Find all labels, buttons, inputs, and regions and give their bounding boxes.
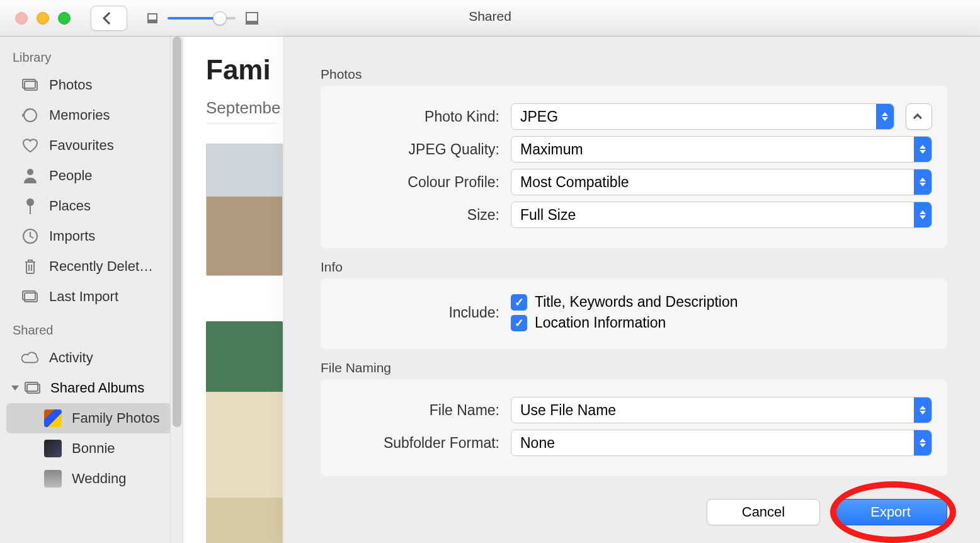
photo-kind-select[interactable]: JPEG (511, 103, 894, 130)
thumbnail-small-icon[interactable] (147, 13, 157, 23)
size-select[interactable]: Full Size (511, 202, 932, 228)
photo-thumbnail[interactable] (206, 321, 283, 543)
sidebar-item-label: Memories (49, 107, 110, 123)
sidebar-section-library: Library (13, 50, 183, 65)
checkbox-label: Title, Keywords and Description (535, 294, 738, 311)
sidebar-item-imports[interactable]: Imports (6, 221, 171, 251)
sidebar-item-label: Places (49, 198, 91, 214)
updown-arrows-icon (914, 397, 932, 423)
collapse-button[interactable] (906, 103, 932, 130)
select-value: None (520, 435, 555, 452)
sidebar-item-label: Imports (49, 228, 95, 244)
back-button[interactable] (91, 6, 127, 31)
svg-marker-10 (11, 386, 19, 391)
export-button[interactable]: Export (834, 499, 947, 525)
include-title-checkbox[interactable]: ✓ (511, 294, 527, 311)
svg-rect-6 (30, 205, 31, 214)
info-options: Include: ✓ Title, Keywords and Descripti… (321, 278, 947, 349)
subfolder-select[interactable]: None (511, 430, 932, 456)
file-name-select[interactable]: Use File Name (511, 397, 932, 423)
file-naming-options: File Name: Use File Name Subfolder Forma… (321, 379, 947, 476)
sidebar-section-shared: Shared (13, 323, 183, 338)
chevron-up-icon (913, 113, 922, 122)
thumbnail-zoom (142, 12, 263, 25)
jpeg-quality-select[interactable]: Maximum (511, 136, 932, 163)
sidebar-item-label: Recently Delet… (49, 258, 153, 275)
minimize-window-button[interactable] (37, 12, 49, 25)
sidebar-item-label: People (49, 168, 93, 184)
last-import-icon (21, 288, 39, 306)
section-title-file-naming: File Naming (321, 360, 947, 375)
sidebar-item-label: Bonnie (72, 440, 115, 457)
updown-arrows-icon (914, 430, 932, 455)
heart-icon (21, 137, 39, 154)
sidebar-item-label: Activity (49, 350, 93, 366)
svg-point-5 (26, 198, 34, 206)
updown-arrows-icon (914, 137, 932, 162)
colour-profile-label: Colour Profile: (336, 174, 499, 191)
include-location-checkbox[interactable]: ✓ (511, 315, 527, 331)
cloud-icon (21, 349, 39, 367)
sidebar-item-family-photos[interactable]: Family Photos (6, 403, 171, 433)
date-section-header: Septembe (206, 98, 275, 123)
select-value: Use File Name (520, 402, 616, 419)
cancel-button[interactable]: Cancel (707, 499, 820, 525)
file-name-label: File Name: (336, 402, 499, 419)
fullscreen-window-button[interactable] (58, 12, 71, 25)
chevron-left-icon (103, 12, 115, 25)
sidebar-item-label: Favourites (49, 137, 114, 154)
sidebar-item-label: Family Photos (72, 410, 159, 426)
photo-thumbnail[interactable] (206, 144, 283, 276)
updown-arrows-icon (914, 202, 932, 227)
include-label: Include: (336, 304, 499, 321)
stack-icon (24, 379, 42, 397)
size-label: Size: (336, 207, 499, 224)
sidebar-item-recently-deleted[interactable]: Recently Delet… (6, 251, 171, 282)
sidebar-item-label: Wedding (72, 471, 126, 487)
memories-icon (21, 106, 39, 124)
close-window-button[interactable] (15, 12, 28, 25)
updown-arrows-icon (876, 104, 894, 129)
sidebar-item-favourites[interactable]: Favourites (6, 130, 171, 161)
svg-point-4 (27, 169, 33, 175)
checkbox-label: Location Information (535, 314, 666, 331)
sidebar-item-label: Photos (49, 77, 93, 93)
sidebar-item-photos[interactable]: Photos (6, 70, 171, 100)
sidebar-item-memories[interactable]: Memories (6, 100, 171, 130)
sidebar-scrollbar[interactable] (170, 37, 183, 543)
traffic-lights (15, 12, 71, 25)
thumbnail-large-icon[interactable] (246, 12, 258, 25)
sidebar-item-bonnie[interactable]: Bonnie (6, 433, 171, 464)
album-thumbnail-icon (44, 470, 62, 488)
export-dialog: Photos Photo Kind: JPEG JPEG Quality: Ma… (283, 37, 980, 543)
scrollbar-thumb[interactable] (173, 37, 181, 427)
sidebar-item-label: Shared Albums (50, 380, 144, 396)
jpeg-quality-label: JPEG Quality: (336, 141, 499, 158)
section-title-photos: Photos (321, 67, 947, 82)
clock-icon (21, 227, 39, 245)
select-value: Maximum (520, 141, 583, 158)
window-title: Shared (469, 9, 511, 24)
select-value: Most Compatible (520, 174, 629, 191)
sidebar-item-activity[interactable]: Activity (6, 343, 171, 373)
colour-profile-select[interactable]: Most Compatible (511, 169, 932, 195)
zoom-slider[interactable] (168, 17, 236, 20)
album-thumbnail-icon (44, 409, 62, 427)
button-label: Cancel (742, 504, 785, 520)
sidebar-item-shared-albums[interactable]: Shared Albums (6, 373, 183, 403)
sidebar-item-label: Last Import (49, 289, 118, 305)
album-thumbnail-icon (44, 440, 62, 457)
sidebar-item-places[interactable]: Places (6, 191, 171, 221)
sidebar: Library Photos Memories Favourites Peopl… (0, 37, 183, 543)
disclosure-triangle-icon (10, 383, 20, 393)
person-icon (21, 167, 39, 185)
sidebar-item-wedding[interactable]: Wedding (6, 464, 171, 494)
trash-icon (21, 258, 39, 275)
photo-kind-label: Photo Kind: (336, 108, 499, 125)
section-title-info: Info (321, 260, 947, 275)
titlebar: Shared (0, 0, 980, 37)
sidebar-item-people[interactable]: People (6, 161, 171, 191)
subfolder-label: Subfolder Format: (336, 435, 499, 452)
sidebar-item-last-import[interactable]: Last Import (6, 282, 171, 312)
updown-arrows-icon (914, 169, 932, 195)
